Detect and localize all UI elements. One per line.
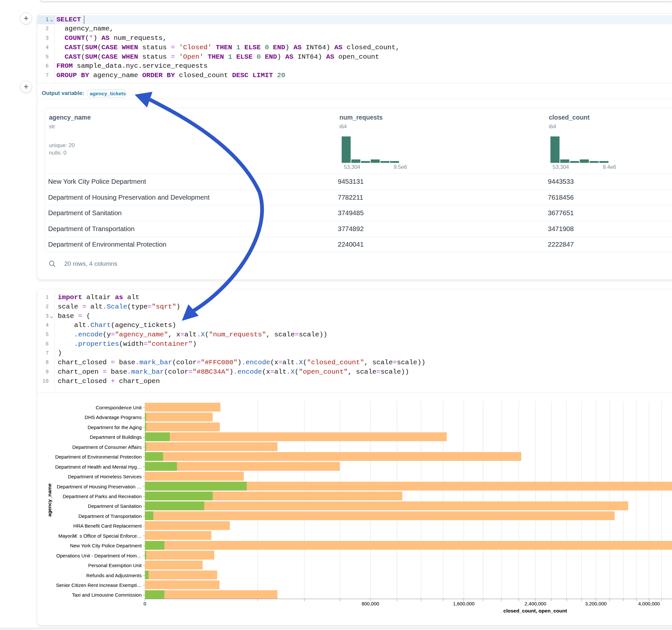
svg-text:Department of Health and Menta: Department of Health and Mental Hyg… — [55, 464, 142, 469]
svg-text:Personal Exemption Unit: Personal Exemption Unit — [88, 563, 142, 568]
svg-text:Mayorâ€ s Office of Special E: Mayorâ€ s Office of Special Enforce… — [58, 533, 142, 539]
svg-text:Refunds and Adjustments: Refunds and Adjustments — [86, 573, 142, 578]
svg-text:1,600,000: 1,600,000 — [453, 601, 475, 606]
svg-text:agency_name: agency_name — [47, 483, 52, 516]
svg-text:Department of Sanitation: Department of Sanitation — [88, 503, 142, 509]
svg-text:HRA Benefit Card Replacement: HRA Benefit Card Replacement — [73, 523, 142, 529]
svg-text:Department of Housing Preserva: Department of Housing Preservation … — [57, 484, 142, 489]
svg-text:2,400,000: 2,400,000 — [525, 601, 546, 606]
svg-text:Taxi and Limousine Commission: Taxi and Limousine Commission — [72, 592, 142, 598]
svg-text:0: 0 — [144, 601, 146, 606]
svg-text:Operations Unit - Department o: Operations Unit - Department of Hom… — [56, 553, 142, 558]
svg-text:closed_count, open_count: closed_count, open_count — [503, 608, 567, 613]
svg-text:Department of Buildings: Department of Buildings — [90, 434, 142, 440]
svg-text:Department of Homeless Service: Department of Homeless Services — [68, 474, 142, 479]
svg-text:Department of Parks and Recrea: Department of Parks and Recreation — [63, 493, 142, 499]
svg-text:Department of Consumer Affairs: Department of Consumer Affairs — [72, 444, 142, 450]
svg-text:Department for the Aging: Department for the Aging — [88, 425, 142, 430]
svg-text:800,000: 800,000 — [361, 601, 379, 606]
svg-text:Correspondence Unit: Correspondence Unit — [96, 405, 142, 410]
svg-text:Department of Environmental Pr: Department of Environmental Protection — [55, 454, 142, 460]
svg-text:4,000,000: 4,000,000 — [638, 601, 660, 606]
svg-text:New York City Police Departmen: New York City Police Department — [70, 543, 142, 548]
svg-text:3,200,000: 3,200,000 — [585, 601, 607, 606]
svg-text:Senior Citizen Rent Increase E: Senior Citizen Rent Increase Exempti… — [56, 582, 142, 588]
svg-text:DHS Advantage Programs: DHS Advantage Programs — [85, 414, 142, 420]
svg-text:Department of Transportation: Department of Transportation — [78, 513, 142, 519]
